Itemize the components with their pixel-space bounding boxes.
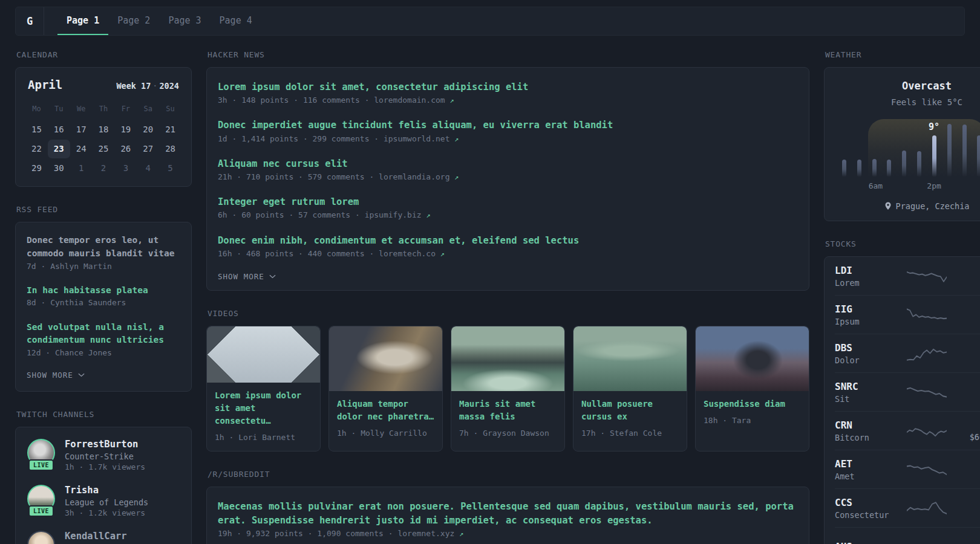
twitch-channel[interactable]: LIVE ForrestBurton Counter-Strike 1h · 1… [27, 439, 180, 473]
video-card[interactable]: Lorem ipsum dolor sit amet consectetu… 1… [206, 326, 321, 452]
calendar-day[interactable]: 5 [159, 159, 181, 178]
calendar-day[interactable]: 3 [114, 159, 137, 178]
calendar-day[interactable]: 29 [25, 159, 48, 178]
video-thumbnail[interactable] [207, 326, 320, 383]
twitch-channel-name[interactable]: Trisha [65, 485, 148, 496]
stock-ticker[interactable]: CCS [835, 497, 898, 508]
calendar-day[interactable]: 30 [48, 159, 70, 178]
external-link-icon[interactable]: ↗ [459, 529, 463, 538]
stock-ticker[interactable]: DBS [835, 342, 898, 354]
calendar-day[interactable]: 2 [93, 159, 115, 178]
external-link-icon[interactable]: ↗ [426, 211, 430, 219]
stock-row[interactable]: AHS +0.46% [835, 528, 980, 544]
calendar-day[interactable]: 24 [70, 140, 93, 158]
stock-row[interactable]: CRN Bitcorn -1.00% $66,171.48 [835, 412, 980, 450]
rss-show-more-button[interactable]: SHOW MORE [27, 371, 180, 380]
calendar-day[interactable]: 26 [114, 140, 137, 158]
video-title[interactable]: Aliquam tempor dolor nec pharetra… [337, 398, 434, 423]
video-thumbnail[interactable] [329, 326, 442, 391]
stock-row[interactable]: CCS Consectetur +0.51% $165.84 [835, 489, 980, 528]
calendar-day[interactable]: 15 [25, 120, 48, 139]
hackernews-item: Donec imperdiet augue tincidunt felis al… [218, 118, 798, 144]
tab-page-3[interactable]: Page 3 [159, 7, 210, 35]
tab-page-2[interactable]: Page 2 [108, 7, 159, 35]
tab-page-1[interactable]: Page 1 [57, 7, 108, 35]
stock-change: +0.46% [955, 542, 980, 544]
external-link-icon[interactable]: ↗ [440, 250, 445, 258]
tab-page-4[interactable]: Page 4 [211, 7, 261, 35]
stock-change: +4.35% [955, 265, 980, 276]
calendar-day-header: Th [93, 101, 115, 119]
rss-item-title[interactable]: Sed volutpat nulla nisl, a condimentum n… [27, 321, 180, 348]
video-title[interactable]: Nullam posuere cursus ex [581, 398, 679, 423]
stock-ticker[interactable]: LDI [835, 265, 898, 276]
stock-row[interactable]: IIG Ipsum +2.84% $42.04 [835, 296, 980, 334]
video-card[interactable]: Suspendisse diam 18h · Tara [695, 326, 809, 452]
live-badge: LIVE [28, 459, 54, 471]
hackernews-title[interactable]: Donec enim nibh, condimentum et accumsan… [218, 234, 798, 248]
stock-change: +2.84% [955, 303, 980, 314]
stock-ticker[interactable]: SNRC [835, 381, 898, 392]
calendar-day[interactable]: 28 [159, 140, 181, 158]
calendar-day[interactable]: 1 [70, 159, 93, 178]
hackernews-title[interactable]: Integer eget rutrum lorem [218, 195, 798, 209]
stock-ticker[interactable]: CRN [835, 419, 898, 431]
meta-text: 21h · 710 points · 579 comments · loreml… [218, 172, 450, 181]
stock-ticker[interactable]: AET [835, 458, 898, 470]
hackernews-title[interactable]: Aliquam nec cursus elit [218, 157, 798, 171]
video-card[interactable]: Nullam posuere cursus ex 17h · Stefan Co… [573, 326, 687, 452]
video-title[interactable]: Mauris sit amet massa felis [459, 398, 557, 423]
calendar-day[interactable]: 20 [137, 120, 159, 139]
calendar-day[interactable]: 21 [159, 120, 181, 139]
rss-item-title[interactable]: In hac habitasse platea [27, 284, 180, 297]
app-logo[interactable]: G [16, 7, 44, 35]
rss-item-title[interactable]: Donec tempor eros leo, ut commodo mauris… [27, 234, 180, 261]
stocks-list: LDI Lorem +4.35% $795.18 IIG Ipsum +2.84… [835, 257, 980, 544]
video-thumbnail[interactable] [451, 326, 564, 391]
stock-row[interactable]: DBS Dolor +1.42% $156.28 [835, 334, 980, 373]
twitch-meta: 1h · 1.7k viewers [65, 461, 145, 473]
calendar-day-headers: MoTuWeThFrSaSu [25, 101, 181, 119]
calendar-day[interactable]: 22 [25, 140, 48, 158]
calendar-day-header: Su [159, 101, 181, 119]
calendar-day[interactable]: 16 [48, 120, 70, 139]
twitch-channel-name[interactable]: KendallCarr [65, 531, 127, 542]
weather-bar [872, 159, 877, 177]
widget-label-hackernews: HACKER NEWS [207, 50, 809, 59]
calendar-day[interactable]: 25 [93, 140, 115, 158]
hackernews-title[interactable]: Donec imperdiet augue tincidunt felis al… [218, 118, 798, 132]
stock-row[interactable]: AET Amet +0.92% $499.72 [835, 450, 980, 489]
weather-location[interactable]: Prague, Czechia [835, 201, 980, 211]
video-card[interactable]: Aliquam tempor dolor nec pharetra… 1h · … [328, 326, 443, 452]
calendar-day-selected[interactable]: 23 [48, 140, 70, 158]
nav-divider [44, 7, 44, 35]
twitch-channel[interactable]: LIVE Trisha League of Legends 3h · 1.2k … [27, 485, 180, 519]
weather-bar [977, 135, 980, 177]
calendar-day[interactable]: 18 [93, 120, 115, 139]
video-title[interactable]: Lorem ipsum dolor sit amet consectetu… [215, 389, 312, 427]
video-thumbnail[interactable] [573, 326, 687, 391]
twitch-channel-name[interactable]: ForrestBurton [65, 439, 145, 450]
calendar-day[interactable]: 19 [114, 120, 137, 139]
stock-row[interactable]: SNRC Sit +1.36% $148.64 [835, 373, 980, 412]
twitch-category[interactable]: League of Legends [65, 497, 148, 507]
stock-ticker[interactable]: AHS [835, 541, 898, 544]
calendar-day[interactable]: 4 [137, 159, 159, 178]
external-link-icon[interactable]: ↗ [454, 135, 459, 143]
video-title[interactable]: Suspendisse diam [704, 398, 801, 410]
stock-row[interactable]: LDI Lorem +4.35% $795.18 [835, 257, 980, 296]
hackernews-title[interactable]: Lorem ipsum dolor sit amet, consectetur … [218, 80, 798, 94]
external-link-icon[interactable]: ↗ [450, 96, 454, 105]
hackernews-list: Lorem ipsum dolor sit amet, consectetur … [218, 80, 798, 281]
video-thumbnail[interactable] [696, 326, 809, 391]
calendar-day[interactable]: 17 [70, 120, 93, 139]
rss-card: Donec tempor eros leo, ut commodo mauris… [15, 222, 192, 392]
hackernews-show-more-button[interactable]: SHOW MORE [218, 272, 798, 281]
subreddit-post-title[interactable]: Maecenas mollis pulvinar erat non posuer… [218, 500, 798, 528]
calendar-day[interactable]: 27 [137, 140, 159, 158]
external-link-icon[interactable]: ↗ [454, 173, 459, 181]
video-card[interactable]: Mauris sit amet massa felis 7h · Grayson… [451, 326, 565, 452]
twitch-channel[interactable]: KendallCarr [27, 531, 180, 544]
stock-ticker[interactable]: IIG [835, 303, 898, 315]
twitch-category[interactable]: Counter-Strike [65, 452, 145, 461]
